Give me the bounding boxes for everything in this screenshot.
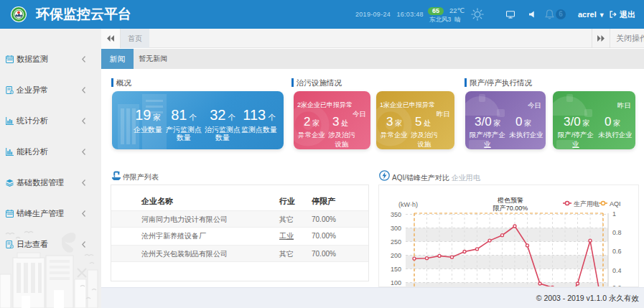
svg-text:橙色预警: 橙色预警 <box>498 197 523 204</box>
svg-text:0.6: 0.6 <box>612 248 622 255</box>
svg-text:1: 1 <box>612 210 616 218</box>
svg-text:限产70.00%: 限产70.00% <box>493 205 528 212</box>
svg-text:AQI: AQI <box>610 200 621 207</box>
svg-text:100: 100 <box>391 279 401 286</box>
svg-text:250: 250 <box>391 238 401 246</box>
svg-text:150: 150 <box>391 266 401 273</box>
svg-text:200: 200 <box>391 252 401 259</box>
svg-text:0.8: 0.8 <box>612 229 622 236</box>
svg-text:0.4: 0.4 <box>612 267 622 274</box>
svg-text:350: 350 <box>391 211 401 218</box>
svg-text:生产用电: 生产用电 <box>574 200 599 207</box>
svg-text:300: 300 <box>391 225 401 232</box>
svg-text:(kW·h): (kW·h) <box>398 201 418 208</box>
